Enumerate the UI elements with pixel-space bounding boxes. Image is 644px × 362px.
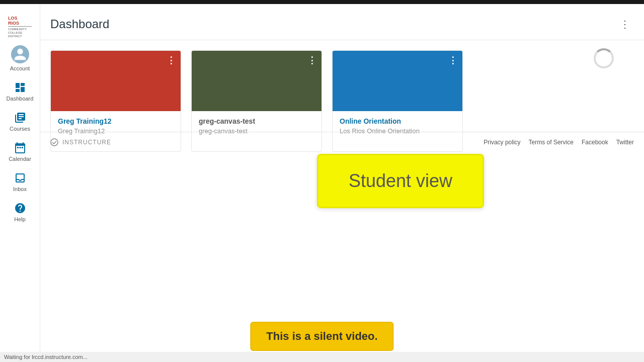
footer-left: INSTRUCTURE [50, 138, 111, 146]
top-bar [0, 0, 644, 4]
sidebar-item-inbox-label: Inbox [13, 186, 27, 192]
svg-text:LOS: LOS [8, 16, 18, 21]
svg-rect-3 [8, 26, 32, 27]
inbox-icon [14, 172, 26, 184]
sidebar-item-courses[interactable]: Courses [0, 107, 40, 137]
footer-facebook-link[interactable]: Facebook [582, 139, 608, 146]
footer-twitter-link[interactable]: Twitter [616, 139, 634, 146]
courses-icon [14, 112, 26, 124]
sidebar-item-help-label: Help [14, 216, 26, 222]
card-header-canvas-test: ⋮ [192, 51, 321, 111]
page-title: Dashboard [50, 17, 109, 31]
header-menu-button[interactable]: ⋮ [616, 16, 634, 32]
sidebar-item-help[interactable]: Help [0, 197, 40, 227]
student-view-container: Student view [317, 154, 484, 208]
svg-text:RIOS: RIOS [8, 21, 19, 26]
card-menu-button-canvas-test[interactable]: ⋮ [307, 55, 317, 66]
footer-links: Privacy policy Terms of Service Facebook… [484, 139, 634, 146]
svg-text:COLLEGE: COLLEGE [8, 31, 22, 34]
sidebar-item-inbox[interactable]: Inbox [0, 167, 40, 197]
card-menu-button-online-orientation[interactable]: ⋮ [448, 55, 458, 66]
sidebar-item-dashboard-label: Dashboard [7, 96, 34, 102]
calendar-icon [14, 142, 26, 154]
spinner-animation [594, 48, 614, 68]
silent-banner: This is a silent video. [250, 322, 393, 351]
status-text: Waiting for lrccd.instructure.com... [4, 354, 88, 360]
card-course-name-online-orientation[interactable]: Online Orientation [340, 117, 455, 125]
dashboard-icon [14, 81, 26, 94]
svg-rect-7 [17, 147, 19, 148]
sidebar-item-calendar[interactable]: Calendar [0, 137, 40, 167]
card-header-greg-training: ⋮ [51, 51, 181, 111]
check-icon [50, 138, 58, 146]
sidebar: LOS RIOS COMMUNITY COLLEGE DISTRICT Acco… [0, 4, 40, 362]
svg-rect-9 [22, 147, 23, 148]
card-bg-canvas-test [192, 51, 321, 111]
account-icon [11, 45, 29, 63]
student-view-box[interactable]: Student view [317, 154, 484, 208]
footer-privacy-link[interactable]: Privacy policy [484, 139, 520, 146]
svg-point-10 [51, 139, 58, 146]
svg-text:DISTRICT: DISTRICT [8, 35, 22, 37]
sidebar-item-dashboard[interactable]: Dashboard [0, 76, 40, 107]
footer: INSTRUCTURE Privacy policy Terms of Serv… [40, 132, 644, 152]
sidebar-item-account[interactable]: Account [0, 40, 40, 76]
status-bar: Waiting for lrccd.instructure.com... [0, 352, 644, 362]
card-bg-online-orientation [333, 51, 462, 111]
header: Dashboard ⋮ [40, 8, 644, 40]
main-content: Dashboard ⋮ ⋮ Greg Training12 Greg Train… [40, 8, 644, 162]
card-header-online-orientation: ⋮ [333, 51, 462, 111]
sidebar-item-courses-label: Courses [10, 126, 30, 132]
help-icon [14, 202, 26, 214]
logo[interactable]: LOS RIOS COMMUNITY COLLEGE DISTRICT [5, 8, 35, 38]
card-menu-button-greg-training[interactable]: ⋮ [167, 55, 177, 66]
card-course-name-canvas-test[interactable]: greg-canvas-test [199, 117, 314, 125]
instructure-label: INSTRUCTURE [62, 139, 111, 146]
svg-rect-8 [19, 147, 21, 148]
svg-text:COMMUNITY: COMMUNITY [8, 28, 27, 31]
sidebar-item-account-label: Account [10, 65, 30, 71]
sidebar-item-calendar-label: Calendar [9, 156, 31, 162]
loading-spinner [594, 48, 614, 68]
card-course-name-greg-training[interactable]: Greg Training12 [58, 117, 174, 125]
footer-terms-link[interactable]: Terms of Service [529, 139, 574, 146]
card-bg-greg-training [51, 51, 181, 111]
